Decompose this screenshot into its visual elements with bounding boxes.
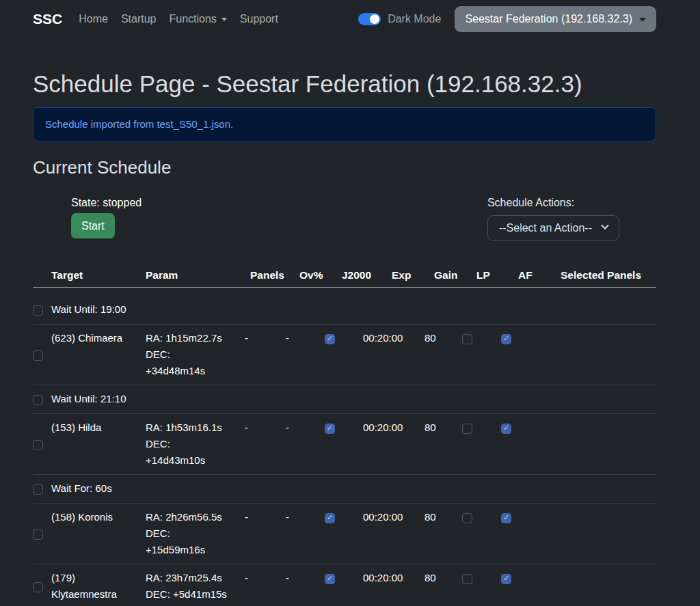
current-schedule-heading: Current Schedule	[33, 157, 656, 178]
lp-checkbox[interactable]	[462, 424, 472, 434]
start-button[interactable]: Start	[71, 213, 115, 238]
panels-value: -	[245, 414, 286, 475]
import-alert: Schedule imported from test_S50_1.json.	[33, 107, 656, 141]
j2000-checkbox-cell	[325, 504, 363, 564]
row-select-cell	[33, 325, 51, 385]
lp-checkbox-cell	[462, 325, 501, 385]
selected-panels-value	[559, 325, 656, 385]
af-checkbox[interactable]	[501, 334, 511, 344]
brand-ssc[interactable]: SSC	[33, 11, 62, 27]
navbar-right: Dark Mode Seestar Federation (192.168.32…	[358, 6, 656, 32]
target-name: (179) Klytaemnestra	[51, 570, 140, 603]
selected-panels-value	[559, 504, 656, 564]
column-header-panels: Panels	[245, 268, 286, 288]
row-select-cell	[33, 385, 51, 414]
af-checkbox[interactable]	[501, 574, 511, 584]
row-select-checkbox[interactable]	[33, 582, 43, 592]
af-checkbox-cell	[501, 414, 559, 475]
target-name: (153) Hilda	[51, 419, 140, 436]
column-header-target: Target	[51, 268, 146, 288]
gain-value: 80	[425, 564, 462, 606]
overlap-value: -	[286, 414, 325, 475]
row-select-checkbox[interactable]	[33, 305, 43, 316]
wait-label: Wait For: 60s	[51, 475, 656, 504]
lp-checkbox[interactable]	[462, 334, 472, 344]
wait-label: Wait Until: 21:10	[51, 385, 656, 414]
schedule-row-wait: Wait For: 60s	[33, 475, 656, 504]
overlap-value: -	[286, 564, 325, 606]
gain-value: 80	[425, 414, 462, 475]
panels-value: -	[245, 325, 286, 385]
nav-link-startup[interactable]: Startup	[121, 13, 157, 25]
caret-down-icon	[221, 18, 227, 21]
column-header-exp: Exp	[363, 268, 425, 288]
selected-panels-value	[559, 414, 656, 475]
actions-block: Schedule Actions: --Select an Action--	[487, 196, 619, 241]
schedule-table-header: Target Param Panels Ov% J2000 Exp Gain L…	[33, 268, 656, 288]
wait-label: Wait Until: 19:00	[51, 288, 656, 325]
row-select-cell	[33, 288, 51, 325]
af-checkbox[interactable]	[501, 513, 511, 523]
schedule-row-target: (179) KlytaemnestraRA: 23h7m25.4s DEC: +…	[33, 564, 656, 606]
dark-mode-toggle[interactable]	[358, 13, 381, 25]
gain-value: 80	[425, 504, 462, 564]
target-param-cell: RA: 1h15m22.7s DEC: +34d48m14s	[146, 325, 245, 385]
af-checkbox-cell	[501, 564, 559, 606]
panels-value: -	[245, 504, 286, 564]
overlap-value: -	[286, 504, 325, 564]
nav-link-home[interactable]: Home	[79, 13, 108, 25]
main-content: Schedule Page - Seestar Federation (192.…	[33, 69, 656, 606]
lp-checkbox-cell	[462, 564, 501, 606]
column-header-af: AF	[501, 268, 559, 288]
gain-value: 80	[425, 325, 462, 385]
schedule-controls: State: stopped Start Schedule Actions: -…	[33, 196, 656, 241]
schedule-row-wait: Wait Until: 21:10	[33, 385, 656, 414]
caret-down-icon	[639, 18, 646, 22]
j2000-checkbox[interactable]	[325, 424, 335, 434]
nav-link-functions[interactable]: Functions	[169, 13, 226, 25]
j2000-checkbox[interactable]	[325, 574, 335, 584]
exposure-value: 00:20:00	[363, 564, 425, 606]
header-row: Target Param Panels Ov% J2000 Exp Gain L…	[33, 268, 656, 288]
schedule-row-wait: Wait Until: 19:00	[33, 288, 656, 325]
j2000-checkbox[interactable]	[325, 513, 335, 523]
schedule-row-target: (158) KoronisRA: 2h26m56.5s DEC: +15d59m…	[33, 504, 656, 564]
lp-checkbox[interactable]	[462, 574, 472, 584]
action-select[interactable]: --Select an Action--	[487, 215, 619, 241]
row-select-cell	[33, 564, 51, 606]
row-select-checkbox[interactable]	[33, 395, 43, 405]
state-block: State: stopped Start	[71, 196, 142, 241]
target-param-cell: RA: 1h53m16.1s DEC: +14d43m10s	[146, 414, 245, 475]
lp-checkbox-cell	[462, 414, 501, 475]
af-checkbox[interactable]	[501, 424, 511, 434]
target-param: RA: 1h53m16.1s DEC: +14d43m10s	[146, 419, 229, 469]
target-param: RA: 2h26m56.5s DEC: +15d59m16s	[146, 509, 229, 558]
selected-panels-value	[559, 564, 656, 606]
column-header-overlap: Ov%	[286, 268, 325, 288]
target-name-cell: (153) Hilda	[51, 414, 146, 475]
target-name: (158) Koronis	[51, 509, 140, 525]
nav-link-functions-label: Functions	[169, 13, 216, 25]
state-label: State: stopped	[71, 196, 142, 209]
column-header-selected-panels: Selected Panels	[559, 268, 656, 288]
schedule-table: Target Param Panels Ov% J2000 Exp Gain L…	[33, 268, 656, 606]
nav-link-support[interactable]: Support	[240, 13, 278, 25]
target-param: RA: 1h15m22.7s DEC: +34d48m14s	[146, 330, 229, 379]
schedule-row-target: (623) ChimaeraRA: 1h15m22.7s DEC: +34d48…	[33, 325, 656, 385]
dark-mode-label: Dark Mode	[388, 13, 441, 25]
j2000-checkbox[interactable]	[325, 334, 335, 344]
target-param-cell: RA: 2h26m56.5s DEC: +15d59m16s	[146, 504, 245, 564]
schedule-row-target: (153) HildaRA: 1h53m16.1s DEC: +14d43m10…	[33, 414, 656, 475]
row-select-checkbox[interactable]	[33, 529, 43, 540]
exposure-value: 00:20:00	[363, 325, 425, 385]
row-select-checkbox[interactable]	[33, 484, 43, 495]
device-selector-button[interactable]: Seestar Federation (192.168.32.3)	[455, 6, 656, 32]
panels-value: -	[245, 564, 286, 606]
j2000-checkbox-cell	[325, 325, 363, 385]
column-header-param: Param	[146, 268, 245, 288]
overlap-value: -	[286, 325, 325, 385]
lp-checkbox[interactable]	[462, 513, 472, 523]
row-select-checkbox[interactable]	[33, 440, 43, 450]
row-select-checkbox[interactable]	[33, 350, 43, 361]
af-checkbox-cell	[501, 325, 559, 385]
